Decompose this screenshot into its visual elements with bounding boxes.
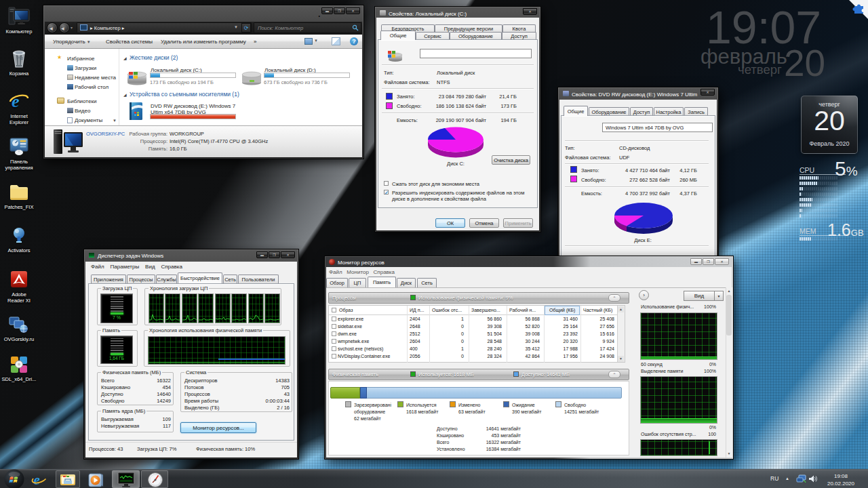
svg-text:e: e — [34, 472, 40, 488]
svg-text:e: e — [12, 92, 20, 111]
